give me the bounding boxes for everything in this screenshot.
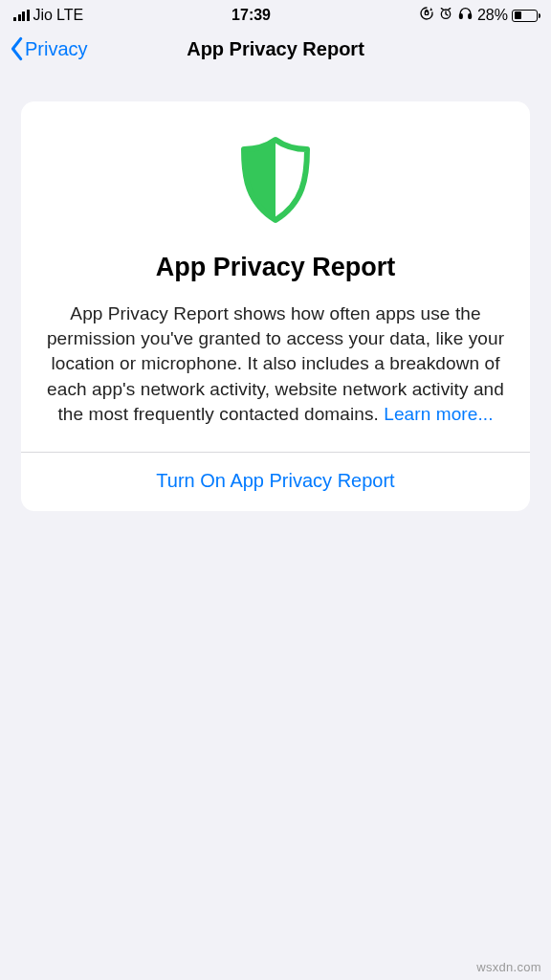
shield-icon — [236, 136, 315, 224]
status-right: 28% — [419, 6, 538, 25]
orientation-lock-icon — [419, 6, 434, 25]
watermark: wsxdn.com — [476, 960, 541, 974]
status-bar: Jio LTE 17:39 28% — [0, 0, 551, 27]
battery-percent: 28% — [477, 7, 508, 24]
network-label: LTE — [56, 7, 83, 24]
alarm-icon — [438, 6, 453, 25]
battery-icon — [512, 10, 538, 22]
chevron-left-icon — [8, 36, 25, 61]
svg-rect-0 — [425, 11, 428, 14]
turn-on-button[interactable]: Turn On App Privacy Report — [21, 453, 530, 511]
card-description: App Privacy Report shows how often apps … — [42, 301, 509, 427]
back-label: Privacy — [25, 38, 88, 60]
signal-icon — [13, 10, 30, 21]
headphones-icon — [457, 6, 474, 25]
status-left: Jio LTE — [13, 7, 83, 24]
svg-rect-2 — [459, 14, 462, 19]
svg-rect-3 — [469, 14, 472, 19]
clock: 17:39 — [231, 7, 271, 24]
privacy-card: App Privacy Report App Privacy Report sh… — [21, 101, 530, 511]
content-area: App Privacy Report App Privacy Report sh… — [0, 73, 551, 511]
card-body: App Privacy Report App Privacy Report sh… — [21, 101, 530, 452]
back-button[interactable]: Privacy — [8, 36, 88, 61]
carrier-label: Jio — [33, 7, 53, 24]
learn-more-link[interactable]: Learn more... — [384, 404, 493, 424]
card-title: App Privacy Report — [42, 253, 509, 282]
nav-bar: Privacy App Privacy Report — [0, 27, 551, 73]
